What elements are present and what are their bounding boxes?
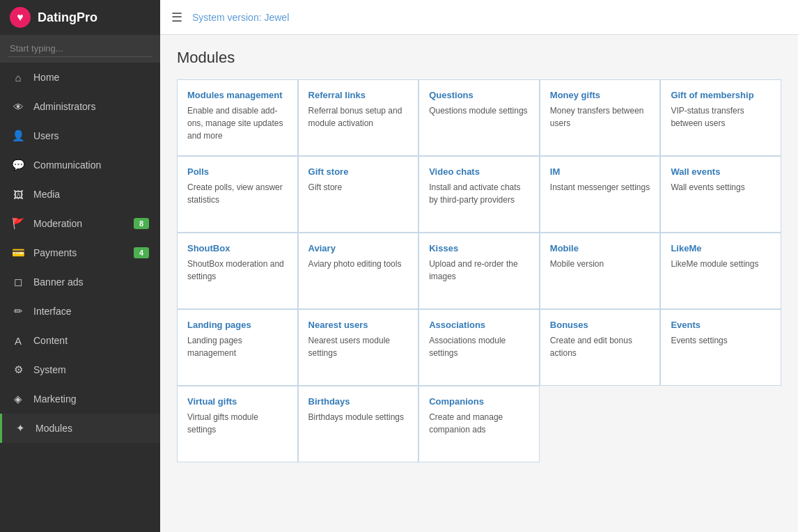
sidebar-item-system[interactable]: ⚙ System [0, 355, 160, 384]
module-card-bonuses[interactable]: Bonuses Create and edit bonus actions [540, 309, 661, 386]
banner-ads-icon: ◻ [11, 275, 25, 289]
module-desc-events: Events settings [671, 334, 771, 347]
administrators-icon: 👁 [11, 100, 25, 114]
module-desc-landing-pages: Landing pages management [187, 334, 288, 359]
sidebar-item-communication[interactable]: 💬 Communication [0, 150, 160, 180]
media-icon: 🖼 [11, 187, 25, 201]
sidebar-item-administrators[interactable]: 👁 Administrators [0, 92, 160, 121]
module-desc-wall-events: Wall events settings [671, 181, 771, 194]
module-title-birthdays: Birthdays [308, 396, 409, 407]
module-title-associations: Associations [429, 320, 529, 330]
module-title-modules-management: Modules management [187, 90, 288, 100]
module-card-associations[interactable]: Associations Associations module setting… [418, 309, 540, 386]
sidebar-label-media: Media [33, 189, 149, 200]
sidebar: ♥ DatingPro ⌂ Home 👁 Administrators 👤 Us… [0, 0, 160, 532]
module-card-video-chats[interactable]: Video chats Install and activate chats b… [418, 156, 540, 233]
module-card-kisses[interactable]: Kisses Upload and re-order the images [418, 233, 540, 309]
sidebar-label-communication: Communication [33, 159, 149, 171]
module-title-polls: Polls [187, 166, 288, 177]
module-desc-polls: Create polls, view answer statistics [187, 181, 288, 206]
module-title-companions: Companions [429, 396, 529, 407]
module-desc-associations: Associations module settings [429, 334, 529, 359]
modules-icon: ✦ [13, 421, 27, 435]
module-title-gift-store: Gift store [308, 166, 409, 177]
sidebar-label-banner-ads: Banner ads [33, 276, 149, 288]
module-card-referral-links[interactable]: Referral links Referral bonus setup and … [298, 79, 419, 156]
module-title-aviary: Aviary [308, 243, 409, 253]
module-desc-shoutbox: ShoutBox moderation and settings [187, 258, 288, 283]
system-version: System version: Jewel [192, 12, 289, 23]
sidebar-label-interface: Interface [33, 306, 149, 317]
content-area: Modules Modules management Enable and di… [160, 35, 798, 532]
module-card-landing-pages[interactable]: Landing pages Landing pages management [177, 309, 298, 386]
system-icon: ⚙ [11, 363, 25, 377]
module-card-questions[interactable]: Questions Questions module settings [418, 79, 540, 156]
module-title-events: Events [671, 320, 771, 330]
sidebar-label-content: Content [33, 335, 149, 346]
module-card-wall-events[interactable]: Wall events Wall events settings [660, 156, 781, 233]
module-title-mobile: Mobile [550, 243, 650, 253]
module-title-nearest-users: Nearest users [308, 320, 409, 330]
module-title-bonuses: Bonuses [550, 320, 650, 330]
marketing-icon: ◈ [11, 392, 25, 406]
module-title-im: IM [550, 166, 650, 177]
menu-icon[interactable]: ☰ [171, 10, 182, 25]
module-title-video-chats: Video chats [429, 166, 529, 177]
module-card-modules-management[interactable]: Modules management Enable and disable ad… [177, 79, 298, 156]
module-card-im[interactable]: IM Instant messenger settings [540, 156, 661, 233]
sidebar-item-content[interactable]: A Content [0, 326, 160, 355]
badge-moderation: 8 [134, 218, 149, 229]
home-icon: ⌂ [11, 70, 25, 84]
sidebar-label-moderation: Moderation [33, 218, 134, 229]
module-desc-money-gifts: Money transfers between users [550, 104, 650, 130]
sidebar-item-modules[interactable]: ✦ Modules [0, 414, 160, 443]
module-card-gift-store[interactable]: Gift store Gift store [298, 156, 419, 233]
module-card-likeme[interactable]: LikeMe LikeMe module settings [660, 233, 781, 309]
sidebar-label-administrators: Administrators [33, 101, 149, 112]
module-card-mobile[interactable]: Mobile Mobile version [540, 233, 661, 309]
module-title-shoutbox: ShoutBox [187, 243, 288, 253]
module-card-nearest-users[interactable]: Nearest users Nearest users module setti… [298, 309, 419, 386]
app-title: DatingPro [38, 10, 97, 25]
module-card-companions[interactable]: Companions Create and manage companion a… [418, 386, 540, 462]
sidebar-item-media[interactable]: 🖼 Media [0, 180, 160, 209]
sidebar-item-moderation[interactable]: 🚩 Moderation 8 [0, 209, 160, 238]
module-card-birthdays[interactable]: Birthdays Birthdays module settings [298, 386, 419, 462]
sidebar-label-users: Users [33, 130, 149, 141]
module-title-questions: Questions [429, 90, 529, 100]
module-card-aviary[interactable]: Aviary Aviary photo editing tools [298, 233, 419, 309]
modules-grid: Modules management Enable and disable ad… [177, 79, 781, 462]
module-desc-bonuses: Create and edit bonus actions [550, 334, 650, 359]
module-title-virtual-gifts: Virtual gifts [187, 396, 288, 407]
module-desc-questions: Questions module settings [429, 104, 529, 117]
module-card-money-gifts[interactable]: Money gifts Money transfers between user… [540, 79, 661, 156]
module-card-events[interactable]: Events Events settings [660, 309, 781, 386]
sidebar-item-payments[interactable]: 💳 Payments 4 [0, 238, 160, 267]
sidebar-header: ♥ DatingPro [0, 0, 160, 35]
sidebar-search-input[interactable] [8, 40, 152, 57]
module-desc-birthdays: Birthdays module settings [308, 411, 409, 423]
module-desc-virtual-gifts: Virtual gifts module settings [187, 411, 288, 436]
users-icon: 👤 [11, 129, 25, 143]
badge-payments: 4 [134, 247, 149, 258]
app-logo: ♥ [10, 7, 31, 28]
sidebar-item-marketing[interactable]: ◈ Marketing [0, 384, 160, 414]
sidebar-label-payments: Payments [33, 247, 134, 258]
sidebar-item-users[interactable]: 👤 Users [0, 121, 160, 150]
sidebar-item-interface[interactable]: ✏ Interface [0, 297, 160, 326]
sidebar-item-banner-ads[interactable]: ◻ Banner ads [0, 267, 160, 297]
sidebar-item-home[interactable]: ⌂ Home [0, 63, 160, 92]
module-card-polls[interactable]: Polls Create polls, view answer statisti… [177, 156, 298, 233]
module-card-gift-of-membership[interactable]: Gift of membership VIP-status transfers … [660, 79, 781, 156]
module-desc-nearest-users: Nearest users module settings [308, 334, 409, 359]
communication-icon: 💬 [11, 158, 25, 172]
module-title-money-gifts: Money gifts [550, 90, 650, 100]
module-desc-likeme: LikeMe module settings [671, 258, 771, 270]
module-card-shoutbox[interactable]: ShoutBox ShoutBox moderation and setting… [177, 233, 298, 309]
topbar: ☰ System version: Jewel [160, 0, 798, 35]
module-title-likeme: LikeMe [671, 243, 771, 253]
sidebar-label-system: System [33, 364, 149, 375]
sidebar-label-home: Home [33, 72, 149, 83]
module-card-virtual-gifts[interactable]: Virtual gifts Virtual gifts module setti… [177, 386, 298, 462]
content-icon: A [11, 334, 25, 347]
